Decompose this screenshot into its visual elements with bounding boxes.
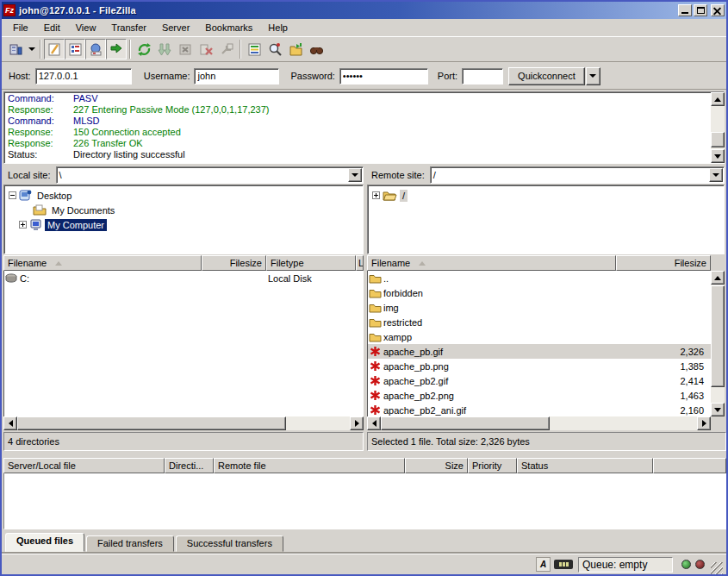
file-row-c-drive[interactable]: C: Local Disk [4, 271, 364, 285]
menu-bookmarks[interactable]: Bookmarks [197, 20, 260, 35]
file-row[interactable]: img [368, 300, 711, 315]
scrollbar-thumb[interactable] [381, 416, 550, 430]
remote-list-vscrollbar[interactable] [711, 271, 725, 416]
file-row[interactable]: apache_pb2_ani.gif 2,160 [368, 403, 711, 416]
filter-button[interactable] [244, 39, 264, 59]
speed-limit-icon[interactable] [554, 560, 573, 569]
column-filetype[interactable]: Filetype [266, 255, 356, 271]
scroll-up-button[interactable] [711, 271, 725, 285]
menu-edit[interactable]: Edit [36, 20, 68, 35]
local-directory-tree[interactable]: Desktop My Documents My Computer [3, 185, 364, 254]
menu-file[interactable]: File [5, 20, 36, 35]
file-row-selected[interactable]: apache_pb.gif 2,326 [368, 344, 711, 359]
refresh-button[interactable] [134, 39, 154, 59]
password-input[interactable] [339, 68, 428, 85]
column-size[interactable]: Size [405, 458, 468, 473]
column-filesize[interactable]: Filesize [202, 255, 266, 271]
quickconnect-dropdown[interactable] [586, 67, 600, 85]
remote-site-dropdown[interactable] [709, 168, 723, 182]
column-filename[interactable]: Filename [3, 255, 202, 271]
file-row[interactable]: apache_pb2.png 1,463 [368, 388, 711, 403]
port-input[interactable] [462, 68, 503, 85]
scroll-up-button[interactable] [711, 92, 725, 106]
remote-list-hscrollbar[interactable] [367, 416, 711, 430]
tree-item-desktop[interactable]: Desktop [4, 188, 363, 203]
tree-item-root[interactable]: / [368, 188, 724, 203]
synchronized-browsing-button[interactable] [285, 39, 306, 59]
username-input[interactable] [194, 68, 279, 85]
site-manager-button[interactable] [5, 39, 26, 59]
column-server-local-file[interactable]: Server/Local file [3, 458, 165, 473]
expand-icon[interactable] [19, 221, 27, 229]
directory-comparison-button[interactable] [264, 39, 285, 59]
menu-view[interactable]: View [68, 20, 104, 35]
column-last-modified[interactable]: L [356, 255, 364, 271]
file-row[interactable]: restricted [368, 315, 711, 329]
scroll-right-button[interactable] [697, 416, 711, 430]
column-status[interactable]: Status [517, 458, 653, 473]
data-type-indicator-icon[interactable]: A [536, 557, 551, 572]
scroll-down-button[interactable] [711, 403, 725, 416]
tree-item-label[interactable]: Desktop [34, 190, 74, 202]
column-empty[interactable] [653, 458, 726, 473]
scrollbar-thumb[interactable] [17, 416, 286, 430]
column-direction[interactable]: Directi... [165, 458, 214, 473]
remote-file-list[interactable]: .. forbidden img restricted xampp apache… [367, 271, 711, 416]
log-scrollbar[interactable] [711, 92, 725, 163]
menu-server[interactable]: Server [154, 20, 197, 35]
toggle-message-log-button[interactable] [44, 39, 65, 59]
menu-help[interactable]: Help [260, 20, 296, 35]
local-file-list[interactable]: C: Local Disk [3, 271, 364, 416]
scroll-left-button[interactable] [3, 416, 17, 430]
column-filename[interactable]: Filename [367, 255, 616, 271]
minimize-button[interactable] [678, 4, 692, 16]
close-button[interactable] [711, 4, 725, 16]
tree-item-label[interactable]: / [400, 190, 408, 202]
tree-item-my-documents[interactable]: My Documents [4, 203, 363, 217]
toggle-transfer-queue-button[interactable] [106, 39, 127, 59]
collapse-icon[interactable] [9, 191, 16, 199]
tree-item-my-computer[interactable]: My Computer [4, 217, 363, 232]
title-bar[interactable]: Fz john@127.0.0.1 - FileZilla [2, 2, 726, 19]
column-filesize[interactable]: Filesize [616, 255, 711, 271]
scroll-right-button[interactable] [350, 416, 364, 430]
expand-icon[interactable] [372, 191, 380, 199]
scrollbar-thumb[interactable] [711, 285, 725, 387]
file-row[interactable]: apache_pb.png 1,385 [368, 359, 711, 373]
local-site-combobox[interactable]: \ [56, 166, 364, 184]
menu-transfer[interactable]: Transfer [103, 20, 154, 35]
site-manager-dropdown[interactable] [26, 40, 37, 59]
tab-successful-transfers[interactable]: Successful transfers [176, 535, 283, 552]
transfer-queue-list[interactable] [3, 473, 726, 529]
scroll-left-button[interactable] [367, 416, 381, 430]
tab-queued-files[interactable]: Queued files [5, 533, 84, 552]
local-site-dropdown[interactable] [348, 168, 362, 182]
close-icon [713, 7, 722, 15]
find-files-button[interactable] [306, 39, 327, 59]
column-remote-file[interactable]: Remote file [214, 458, 405, 473]
toggle-remote-tree-button[interactable] [85, 39, 106, 59]
cancel-button[interactable] [175, 39, 196, 59]
remote-directory-tree[interactable]: / [367, 185, 725, 254]
file-row[interactable]: apache_pb2.gif 2,414 [368, 373, 711, 388]
maximize-button[interactable] [694, 4, 707, 16]
resize-grip[interactable] [711, 562, 723, 574]
process-queue-button[interactable] [154, 39, 175, 59]
reconnect-button[interactable] [216, 39, 237, 59]
quickconnect-button[interactable]: Quickconnect [508, 67, 585, 85]
host-input[interactable] [35, 68, 132, 85]
scrollbar-thumb[interactable] [711, 132, 725, 147]
tab-failed-transfers[interactable]: Failed transfers [86, 535, 174, 552]
file-row[interactable]: .. [368, 271, 711, 285]
message-log[interactable]: Command:PASV Response:227 Entering Passi… [3, 91, 725, 164]
scroll-down-button[interactable] [711, 149, 725, 163]
tree-item-label[interactable]: My Computer [45, 219, 107, 231]
toggle-local-tree-button[interactable] [65, 39, 85, 59]
local-list-hscrollbar[interactable] [3, 416, 364, 430]
remote-site-combobox[interactable]: / [430, 166, 725, 184]
file-row[interactable]: xampp [368, 329, 711, 344]
disconnect-button[interactable] [196, 39, 216, 59]
tree-item-label[interactable]: My Documents [49, 204, 117, 216]
column-priority[interactable]: Priority [468, 458, 517, 473]
file-row[interactable]: forbidden [368, 285, 711, 300]
